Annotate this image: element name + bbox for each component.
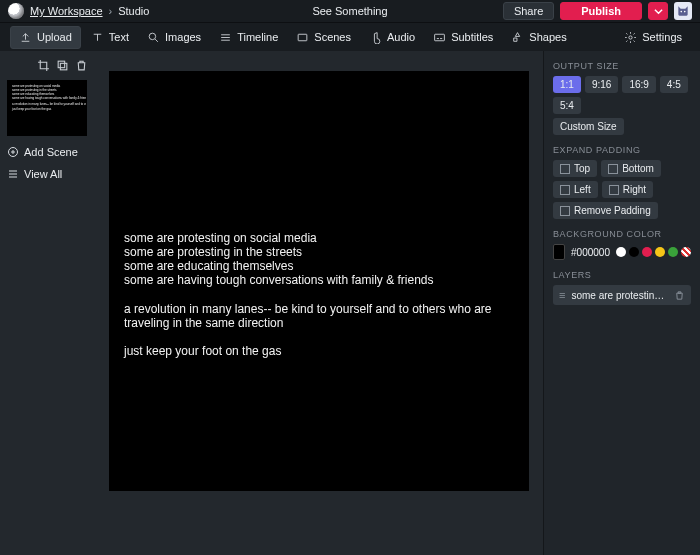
- breadcrumb-sep: ›: [109, 5, 113, 17]
- scenes-tool-label: Scenes: [314, 31, 351, 43]
- account-avatar[interactable]: [674, 2, 692, 20]
- shapes-tool-label: Shapes: [529, 31, 566, 43]
- chevron-down-icon: [654, 7, 663, 16]
- timeline-tool-label: Timeline: [237, 31, 278, 43]
- palette-dot-none[interactable]: [681, 247, 691, 257]
- padding-header: EXPAND PADDING: [553, 145, 691, 155]
- timeline-tool[interactable]: Timeline: [211, 27, 286, 48]
- images-tool-label: Images: [165, 31, 201, 43]
- canvas-line1: some are protesting on social media some…: [124, 231, 514, 288]
- text-tool[interactable]: Text: [83, 27, 137, 48]
- palette-dot-4[interactable]: [668, 247, 678, 257]
- gear-icon: [624, 31, 637, 44]
- share-button[interactable]: Share: [503, 2, 554, 20]
- drag-handle-icon[interactable]: ≡: [559, 289, 565, 301]
- ratio-9-16[interactable]: 9:16: [585, 76, 618, 93]
- svg-rect-7: [58, 61, 64, 67]
- audio-tool-label: Audio: [387, 31, 415, 43]
- add-scene-label: Add Scene: [24, 146, 78, 158]
- scene-thumbnail[interactable]: some are protesting on social media some…: [7, 80, 87, 136]
- trash-icon[interactable]: [674, 290, 685, 301]
- duplicate-thumb-button[interactable]: [56, 59, 69, 72]
- layer-name: some are protesting o...: [571, 290, 668, 301]
- square-icon: [608, 164, 618, 174]
- search-icon: [147, 31, 160, 44]
- pad-bottom-label: Bottom: [622, 163, 654, 174]
- scenes-icon: [296, 31, 309, 44]
- ratio-1-1[interactable]: 1:1: [553, 76, 581, 93]
- view-all-label: View All: [24, 168, 62, 180]
- list-icon: [7, 168, 19, 180]
- square-icon: [560, 206, 570, 216]
- delete-thumb-button[interactable]: [75, 59, 88, 72]
- subtitles-icon: [433, 31, 446, 44]
- settings-button[interactable]: Settings: [616, 27, 690, 48]
- settings-label: Settings: [642, 31, 682, 43]
- thumb-preview-text1: some are protesting on social media some…: [12, 85, 82, 101]
- palette-dot-3[interactable]: [655, 247, 665, 257]
- svg-rect-4: [435, 34, 445, 41]
- svg-point-1: [684, 11, 686, 13]
- palette-row: [616, 247, 691, 257]
- app-logo[interactable]: [8, 3, 24, 19]
- svg-rect-6: [60, 63, 67, 70]
- plus-circle-icon: [7, 146, 19, 158]
- pad-right-label: Right: [623, 184, 646, 195]
- upload-button[interactable]: Upload: [10, 26, 81, 49]
- shapes-icon: [511, 31, 524, 44]
- palette-dot-2[interactable]: [642, 247, 652, 257]
- ratio-5-4[interactable]: 5:4: [553, 97, 581, 114]
- publish-menu-button[interactable]: [648, 2, 668, 20]
- palette-dot-1[interactable]: [629, 247, 639, 257]
- pad-bottom[interactable]: Bottom: [601, 160, 661, 177]
- crop-thumb-button[interactable]: [37, 59, 50, 72]
- pad-top-label: Top: [574, 163, 590, 174]
- layers-header: LAYERS: [553, 270, 691, 280]
- svg-point-0: [680, 11, 682, 13]
- bg-hex-value[interactable]: #000000: [571, 247, 610, 258]
- pad-left[interactable]: Left: [553, 181, 598, 198]
- cat-avatar-icon: [676, 4, 690, 18]
- add-scene-button[interactable]: Add Scene: [7, 146, 88, 158]
- pad-right[interactable]: Right: [602, 181, 653, 198]
- images-tool[interactable]: Images: [139, 27, 209, 48]
- publish-button[interactable]: Publish: [560, 2, 642, 20]
- timeline-icon: [219, 31, 232, 44]
- canvas-text-block[interactable]: some are protesting on social media some…: [124, 231, 514, 358]
- project-title[interactable]: See Something: [312, 5, 387, 17]
- scenes-tool[interactable]: Scenes: [288, 27, 359, 48]
- inspector-panel: OUTPUT SIZE 1:1 9:16 16:9 4:5 5:4 Custom…: [543, 51, 700, 555]
- audio-tool[interactable]: Audio: [361, 27, 423, 48]
- subtitles-tool-label: Subtitles: [451, 31, 493, 43]
- canvas-line2: a revolution in many lanes-- be kind to …: [124, 302, 514, 330]
- square-icon: [560, 164, 570, 174]
- remove-padding-label: Remove Padding: [574, 205, 651, 216]
- ratio-16-9[interactable]: 16:9: [622, 76, 655, 93]
- remove-padding[interactable]: Remove Padding: [553, 202, 658, 219]
- custom-size-button[interactable]: Custom Size: [553, 118, 624, 135]
- editor-canvas[interactable]: some are protesting on social media some…: [109, 71, 529, 491]
- svg-point-5: [629, 35, 632, 38]
- svg-rect-3: [298, 34, 307, 41]
- breadcrumb-workspace[interactable]: My Workspace: [30, 5, 103, 17]
- view-all-button[interactable]: View All: [7, 168, 88, 180]
- output-size-header: OUTPUT SIZE: [553, 61, 691, 71]
- ratio-4-5[interactable]: 4:5: [660, 76, 688, 93]
- bg-color-header: BACKGROUND COLOR: [553, 229, 691, 239]
- scenes-panel: some are protesting on social media some…: [0, 51, 95, 555]
- palette-dot-0[interactable]: [616, 247, 626, 257]
- bg-swatch[interactable]: [553, 244, 565, 260]
- thumb-preview-text2: a revolution in many lanes-- be kind to …: [12, 103, 82, 107]
- upload-icon: [19, 31, 32, 44]
- text-tool-label: Text: [109, 31, 129, 43]
- upload-label: Upload: [37, 31, 72, 43]
- shapes-tool[interactable]: Shapes: [503, 27, 574, 48]
- layer-item[interactable]: ≡ some are protesting o...: [553, 285, 691, 305]
- subtitles-tool[interactable]: Subtitles: [425, 27, 501, 48]
- svg-point-2: [149, 33, 156, 40]
- pad-left-label: Left: [574, 184, 591, 195]
- square-icon: [609, 185, 619, 195]
- pad-top[interactable]: Top: [553, 160, 597, 177]
- square-icon: [560, 185, 570, 195]
- audio-icon: [369, 31, 382, 44]
